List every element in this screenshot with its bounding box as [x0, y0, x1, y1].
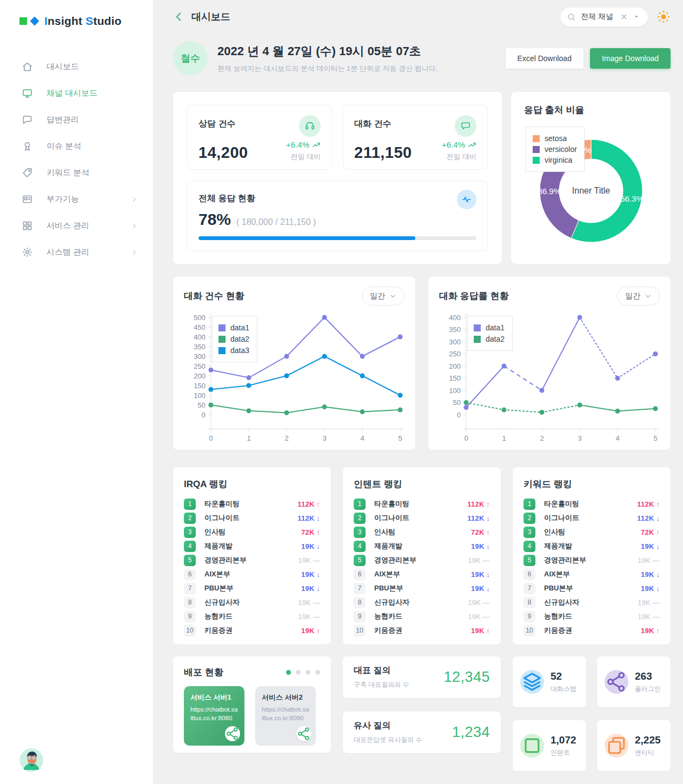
- rank-badge: 1: [354, 499, 366, 510]
- sidebar-item-addons[interactable]: 부가기능: [0, 186, 153, 212]
- svg-text:3: 3: [578, 434, 581, 442]
- ranking-row: 6 AIX본부 19K ↓: [354, 567, 490, 581]
- rank-label: 타운홀미팅: [374, 499, 409, 509]
- sidebar-item-label: 대시보드: [47, 62, 138, 72]
- chat-icon: [22, 114, 33, 125]
- rank-label: 타운홀미팅: [544, 499, 579, 509]
- legend-item: setosa: [533, 134, 577, 143]
- ranking-row: 8 신규입사자 19K —: [523, 595, 660, 609]
- mini-value: 2,225: [635, 734, 661, 746]
- share-button[interactable]: [225, 726, 240, 741]
- carousel-dot[interactable]: [306, 670, 310, 675]
- sidebar-item-label: 시스템 관리: [47, 247, 130, 257]
- ranking-card-1: 인텐트 랭킹 1 타운홀미팅 112K ↑ 2 이그나이트 112K ↓ 3 인…: [343, 467, 501, 645]
- excel-download-button[interactable]: Excel Download: [506, 48, 583, 69]
- mini-stat-card: 263 플러그인: [597, 656, 671, 707]
- svg-text:5: 5: [398, 434, 402, 442]
- period-dropdown[interactable]: 일간: [362, 287, 405, 305]
- channel-select[interactable]: 전체 채널: [560, 8, 648, 26]
- chart-legend: data1data2data3: [212, 316, 257, 362]
- ranking-row: 2 이그나이트 112K ↓: [354, 511, 490, 525]
- ranking-row: 4 제품개발 19K ↓: [184, 539, 320, 553]
- back-button[interactable]: [173, 11, 185, 23]
- rank-badge: 4: [184, 541, 196, 552]
- headset-icon: [299, 115, 321, 137]
- sidebar-item-answer-management[interactable]: 답변관리: [0, 107, 153, 133]
- carousel-dot[interactable]: [296, 670, 301, 675]
- svg-text:50: 50: [453, 398, 461, 407]
- sidebar-item-channel-dashboard[interactable]: 채널 대시보드: [0, 80, 153, 107]
- rank-badge: 1: [184, 499, 196, 510]
- topbar: 대시보드 전체 채널: [173, 0, 671, 34]
- period-dropdown[interactable]: 일간: [617, 287, 660, 305]
- rank-label: 농협카드: [544, 612, 572, 621]
- rank-value: 112K ↑: [467, 500, 490, 508]
- ranking-row: 3 인사팀 72K ↑: [523, 525, 660, 539]
- rank-badge: 3: [184, 527, 196, 538]
- rank-badge: 5: [354, 555, 366, 566]
- share-button[interactable]: [296, 726, 311, 741]
- rank-value: 19K ↓: [471, 584, 490, 593]
- rank-badge: 4: [523, 541, 535, 552]
- sidebar-item-dashboard[interactable]: 대시보드: [0, 54, 153, 80]
- clear-icon[interactable]: [620, 13, 628, 21]
- stat-title: 대화 건수: [354, 118, 391, 130]
- svg-text:450: 450: [194, 323, 205, 331]
- response-progress-fill: [198, 236, 415, 240]
- svg-text:1: 1: [247, 434, 250, 442]
- sidebar-item-issue-analysis[interactable]: 이슈 분석: [0, 133, 153, 160]
- svg-text:36.9%: 36.9%: [538, 187, 561, 196]
- svg-text:2: 2: [540, 434, 543, 442]
- svg-text:250: 250: [194, 362, 205, 370]
- user-avatar[interactable]: [19, 748, 43, 772]
- legend-swatch: [474, 336, 481, 343]
- server-tile[interactable]: 서비스 서버1 https://chatbot.saltlux.co.kr:80…: [184, 686, 244, 746]
- ranking-row: 5 경영관리본부 19K —: [523, 553, 660, 567]
- stat-card-conversations: 대화 건수 211,150 +6.4% 전일 대비: [343, 105, 488, 170]
- carousel-dot[interactable]: [286, 670, 291, 675]
- sidebar-item-label: 키워드 분석: [47, 168, 138, 178]
- server-url: https://chatbot.saltlux.co.kr:8090: [262, 706, 310, 722]
- search-icon: [567, 12, 576, 22]
- svg-text:100: 100: [449, 387, 461, 395]
- sidebar-item-keyword-analysis[interactable]: 키워드 분석: [0, 160, 153, 186]
- rank-badge: 4: [354, 541, 366, 552]
- rank-badge: 5: [184, 555, 196, 566]
- carousel-dot[interactable]: [315, 670, 320, 675]
- ranking-row: 8 신규입사자 19K —: [354, 595, 490, 609]
- representative-query-card: 대표 질의 구축 대표질의의 수 12,345: [343, 656, 501, 698]
- image-download-button[interactable]: Image Download: [590, 48, 671, 69]
- theme-sun-icon[interactable]: [657, 10, 671, 24]
- svg-text:1: 1: [502, 434, 506, 442]
- query-title: 대표 질의: [354, 665, 409, 676]
- tag-icon: [22, 167, 33, 178]
- sidebar-item-service-management[interactable]: 서비스 관리: [0, 212, 153, 239]
- svg-text:350: 350: [449, 325, 461, 334]
- mini-value: 1,072: [551, 734, 576, 746]
- caret-down-icon[interactable]: [633, 13, 640, 21]
- copy-icon: [605, 734, 628, 758]
- ranking-row: 3 인사팀 72K ↑: [354, 525, 490, 539]
- svg-text:200: 200: [449, 362, 461, 370]
- sidebar-item-label: 이슈 분석: [47, 141, 138, 151]
- rank-badge: 6: [354, 569, 366, 580]
- award-icon: [22, 141, 33, 152]
- ranking-title: IRQA 랭킹: [184, 478, 320, 490]
- trending-up-icon: [312, 141, 321, 149]
- mini-stat-card: 52 대화스텝: [513, 656, 586, 707]
- rank-label: 제품개발: [204, 541, 233, 551]
- rank-value: 112K ↑: [297, 500, 320, 508]
- rank-badge: 6: [184, 569, 196, 580]
- mini-stat-card: 2,225 엔티티: [597, 720, 671, 771]
- legend-swatch: [218, 347, 226, 354]
- rank-label: 제품개발: [374, 541, 402, 551]
- legend-item: data2: [218, 335, 249, 343]
- svg-text:400: 400: [194, 333, 205, 341]
- rank-label: AIX본부: [374, 569, 400, 579]
- response-title: 전체 응답 현황: [198, 193, 255, 204]
- avatar: 철수: [173, 41, 208, 76]
- ranking-row: 2 이그나이트 112K ↓: [184, 511, 320, 525]
- sidebar-item-system-management[interactable]: 시스템 관리: [0, 239, 153, 265]
- rank-value: 19K —: [468, 599, 490, 607]
- server-tile[interactable]: 서비스 서버2 https://chatbot.saltlux.co.kr:80…: [255, 686, 316, 746]
